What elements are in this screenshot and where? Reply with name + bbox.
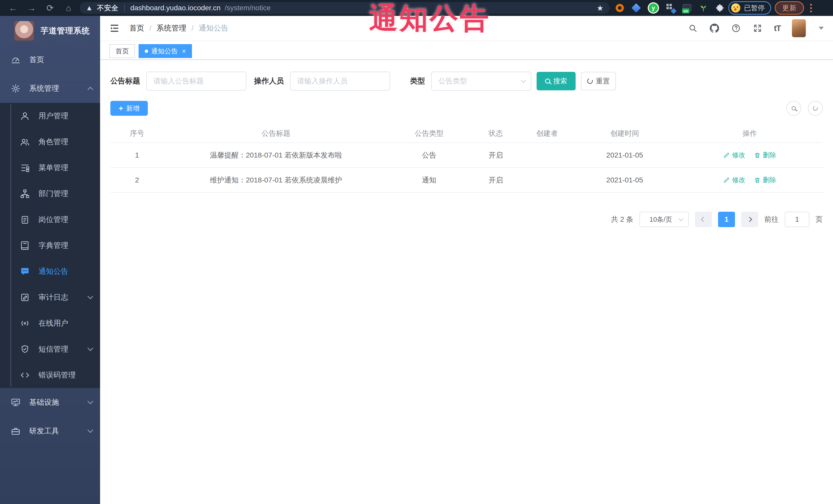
extension-y-icon[interactable]: y: [648, 2, 659, 14]
goto-label: 前往: [764, 215, 779, 224]
sidebar-item-devtools[interactable]: 研发工具: [0, 417, 100, 446]
table-row[interactable]: 2 维护通知：2018-07-01 若依系统凌晨维护 通知 开启 2021-01…: [110, 168, 823, 193]
search-button[interactable]: 搜索: [537, 72, 576, 90]
sidebar-item-system[interactable]: 系统管理: [0, 74, 100, 103]
sidebar-item-sms[interactable]: 短信管理: [0, 336, 100, 362]
fullscreen-icon[interactable]: [753, 23, 763, 33]
trash-icon: [754, 177, 761, 184]
sidebar-item-posts[interactable]: 岗位管理: [0, 207, 100, 233]
edit-link[interactable]: 修改: [723, 151, 745, 160]
url-host[interactable]: dashboard.yudao.iocoder.cn: [130, 4, 221, 12]
chevron-up-icon: [88, 87, 93, 93]
sidebar-item-label: 错误码管理: [39, 370, 76, 380]
goto-page-input[interactable]: [785, 212, 809, 227]
current-page[interactable]: 1: [718, 212, 735, 227]
cell-title: 温馨提醒：2018-07-01 若依新版本发布啦: [164, 150, 388, 160]
annotation-watermark: 通知公告: [369, 0, 490, 38]
tabbar: 首页 通知公告 ×: [100, 41, 833, 60]
browser-profile-badge[interactable]: 已暂停: [728, 1, 771, 15]
monitor-icon: [11, 398, 21, 407]
chevron-right-icon: [747, 217, 752, 222]
notice-type-select[interactable]: 公告类型: [431, 72, 531, 91]
tab-close-icon[interactable]: ×: [182, 48, 186, 54]
refresh-icon: [587, 77, 594, 85]
chevron-down-icon: [679, 216, 683, 221]
logo-row[interactable]: 芋道管理系统: [0, 16, 100, 45]
extension-orange-icon[interactable]: [615, 3, 625, 13]
security-label[interactable]: 不安全: [97, 3, 119, 13]
github-icon[interactable]: [709, 23, 719, 33]
bookmark-star-icon[interactable]: ★: [597, 4, 603, 13]
chevron-down-icon: [88, 345, 93, 351]
browser-menu-icon[interactable]: [808, 3, 814, 13]
delete-link[interactable]: 删除: [754, 175, 776, 185]
cell-actions: 修改 删除: [677, 175, 823, 185]
reload-icon[interactable]: ⟳: [43, 2, 57, 14]
filter-row: 公告标题 操作人员 类型 公告类型: [110, 72, 823, 91]
tab-home[interactable]: 首页: [109, 44, 135, 58]
filter-type-group: 类型 公告类型: [410, 72, 531, 91]
avatar-caret-icon[interactable]: [818, 27, 824, 30]
search-icon[interactable]: [688, 23, 698, 33]
pagination: 共 2 条 10条/页 1 前往 页: [110, 212, 823, 227]
font-size-icon[interactable]: tT: [774, 24, 781, 33]
sidebar-item-label: 通知公告: [39, 266, 68, 277]
back-icon[interactable]: ←: [6, 2, 21, 14]
page-size-select[interactable]: 10条/页: [640, 212, 689, 227]
sidebar-item-notice[interactable]: 通知公告: [0, 258, 100, 284]
dict-icon: [20, 241, 30, 250]
table-tools: [786, 101, 823, 116]
extension-plant-icon[interactable]: [698, 3, 708, 13]
delete-link[interactable]: 删除: [754, 151, 776, 160]
tab-label: 首页: [116, 47, 129, 56]
filter-operator-group: 操作人员: [254, 72, 390, 91]
url-path[interactable]: /system/notice: [225, 4, 271, 12]
sidebar-item-error-codes[interactable]: 错误码管理: [0, 362, 100, 388]
sidebar-item-label: 菜单管理: [39, 163, 68, 173]
cell-type: 公告: [388, 150, 470, 160]
sidebar-item-home[interactable]: 首页: [0, 45, 100, 74]
breadcrumb-home[interactable]: 首页: [129, 23, 144, 33]
add-button[interactable]: + 新增: [110, 101, 148, 116]
prev-page-button[interactable]: [695, 212, 712, 227]
browser-update-button[interactable]: 更新: [775, 1, 804, 15]
sidebar-item-label: 基础设施: [29, 397, 59, 408]
col-header: 操作: [677, 128, 823, 138]
notice-title-input[interactable]: [146, 72, 246, 91]
extension-gem-icon[interactable]: [631, 3, 641, 13]
reset-button[interactable]: 重置: [581, 72, 616, 90]
operator-input[interactable]: [290, 72, 390, 91]
notice-table: 序号 公告标题 公告类型 状态 创建者 创建时间 操作 1 温馨提醒：2018-…: [110, 124, 823, 193]
home-icon[interactable]: ⌂: [61, 2, 76, 14]
sidebar-item-label: 字典管理: [39, 240, 68, 251]
sidebar-item-infrastructure[interactable]: 基础设施: [0, 388, 100, 417]
sidebar-item-online-users[interactable]: 在线用户: [0, 310, 100, 336]
sidebar-item-users[interactable]: 用户管理: [0, 103, 100, 129]
address-bar[interactable]: ▲ 不安全 dashboard.yudao.iocoder.cn/system/…: [79, 2, 610, 14]
extension-on-icon[interactable]: on: [682, 3, 692, 13]
tab-notice[interactable]: 通知公告 ×: [139, 44, 192, 58]
sidebar-item-dict[interactable]: 字典管理: [0, 233, 100, 258]
forward-icon[interactable]: →: [24, 2, 39, 14]
cell-index: 1: [110, 151, 164, 159]
user-icon: [20, 111, 30, 121]
user-avatar[interactable]: [792, 19, 806, 37]
sidebar-item-roles[interactable]: 角色管理: [0, 129, 100, 155]
warning-icon: ▲: [86, 4, 93, 12]
sidebar-item-audit-log[interactable]: 审计日志: [0, 284, 100, 310]
extensions-puzzle-icon[interactable]: [715, 3, 725, 13]
table-search-toggle-button[interactable]: [786, 101, 801, 116]
search-icon: [792, 106, 796, 110]
breadcrumb-system[interactable]: 系统管理: [157, 23, 186, 33]
sidebar-item-menus[interactable]: 菜单管理: [0, 155, 100, 181]
sidebar-item-depts[interactable]: 部门管理: [0, 181, 100, 207]
sidebar-item-label: 系统管理: [29, 83, 59, 94]
table-refresh-button[interactable]: [808, 101, 823, 116]
filter-title-group: 公告标题: [110, 72, 246, 91]
next-page-button[interactable]: [741, 212, 758, 227]
extension-grid-icon[interactable]: [666, 3, 675, 13]
table-row[interactable]: 1 温馨提醒：2018-07-01 若依新版本发布啦 公告 开启 2021-01…: [110, 143, 823, 168]
sidebar-collapse-icon[interactable]: [109, 23, 121, 34]
edit-link[interactable]: 修改: [723, 175, 745, 185]
help-icon[interactable]: [731, 23, 741, 33]
